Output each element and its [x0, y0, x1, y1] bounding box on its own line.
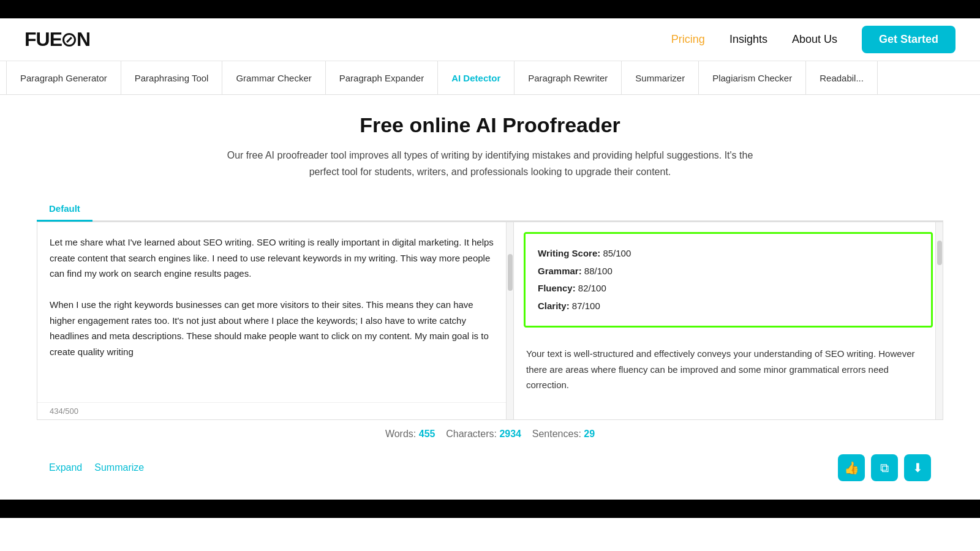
- thumbs-up-icon: 👍: [844, 460, 859, 475]
- editor-right-scrollbar-thumb: [937, 241, 942, 265]
- tool-grammar-checker[interactable]: Grammar Checker: [222, 61, 325, 95]
- nav-pricing[interactable]: Pricing: [671, 33, 705, 46]
- editor-right-panel: Writing Score: 85/100 Grammar: 88/100 Fl…: [514, 222, 943, 419]
- tool-paragraph-rewriter[interactable]: Paragraph Rewriter: [514, 61, 622, 95]
- get-started-button[interactable]: Get Started: [862, 26, 956, 53]
- logo-icon: [62, 33, 76, 47]
- action-left: Expand Summarize: [49, 462, 144, 473]
- nav-about-us[interactable]: About Us: [792, 33, 837, 46]
- bottom-bar: [0, 500, 980, 518]
- sentences-value: 29: [584, 429, 595, 439]
- action-bar: Expand Summarize 👍 ⧉ ⬇: [37, 448, 943, 487]
- expand-link[interactable]: Expand: [49, 462, 82, 473]
- clarity-score: Clarity: 87/100: [538, 298, 919, 315]
- tool-paragraph-generator[interactable]: Paragraph Generator: [6, 61, 121, 95]
- main-content: Free online AI Proofreader Our free AI p…: [0, 95, 980, 500]
- tool-paraphrasing[interactable]: Paraphrasing Tool: [121, 61, 223, 95]
- download-button[interactable]: ⬇: [904, 454, 931, 481]
- words-label: Words:: [385, 429, 416, 439]
- chars-label: Characters:: [446, 429, 497, 439]
- summarize-link[interactable]: Summarize: [94, 462, 144, 473]
- tool-ai-detector[interactable]: AI Detector: [438, 61, 514, 95]
- copy-button[interactable]: ⧉: [871, 454, 898, 481]
- tab-default[interactable]: Default: [37, 197, 92, 222]
- tool-paragraph-expander[interactable]: Paragraph Expander: [326, 61, 438, 95]
- word-count: 434/500: [37, 402, 513, 419]
- feedback-text: Your text is well-structured and effecti…: [514, 337, 943, 399]
- grammar-score: Grammar: 88/100: [538, 263, 919, 280]
- tool-summarizer[interactable]: Summarizer: [622, 61, 699, 95]
- editor-left-panel: Let me share what I've learned about SEO…: [37, 222, 514, 419]
- writing-score: Writing Score: 85/100: [538, 245, 919, 263]
- tool-navbar: Paragraph Generator Paraphrasing Tool Gr…: [0, 61, 980, 95]
- page-title: Free online AI Proofreader: [37, 113, 943, 137]
- logo[interactable]: FUEN: [24, 28, 90, 51]
- editor-container: Let me share what I've learned about SEO…: [37, 222, 943, 420]
- page-description: Our free AI proofreader tool improves al…: [214, 147, 766, 180]
- editor-left-scrollbar-thumb: [508, 254, 513, 291]
- fluency-score: Fluency: 82/100: [538, 280, 919, 298]
- chars-value: 2934: [499, 429, 521, 439]
- score-box: Writing Score: 85/100 Grammar: 88/100 Fl…: [524, 232, 933, 328]
- top-bar: [0, 0, 980, 18]
- tab-bar: Default: [37, 197, 943, 222]
- words-value: 455: [419, 429, 435, 439]
- main-nav: Pricing Insights About Us Get Started: [671, 26, 956, 53]
- header: FUEN Pricing Insights About Us Get Start…: [0, 18, 980, 61]
- copy-icon: ⧉: [880, 461, 889, 475]
- nav-insights[interactable]: Insights: [729, 33, 767, 46]
- action-right: 👍 ⧉ ⬇: [838, 454, 931, 481]
- tool-readability[interactable]: Readabil...: [806, 61, 878, 95]
- stats-bar: Words: 455 Characters: 2934 Sentences: 2…: [37, 420, 943, 448]
- editor-textarea[interactable]: Let me share what I've learned about SEO…: [37, 222, 513, 400]
- tool-plagiarism-checker[interactable]: Plagiarism Checker: [699, 61, 806, 95]
- download-icon: ⬇: [913, 460, 923, 475]
- sentences-label: Sentences:: [532, 429, 581, 439]
- thumbs-up-button[interactable]: 👍: [838, 454, 865, 481]
- editor-left-scrollbar[interactable]: [506, 222, 513, 419]
- editor-right-scrollbar[interactable]: [935, 222, 943, 419]
